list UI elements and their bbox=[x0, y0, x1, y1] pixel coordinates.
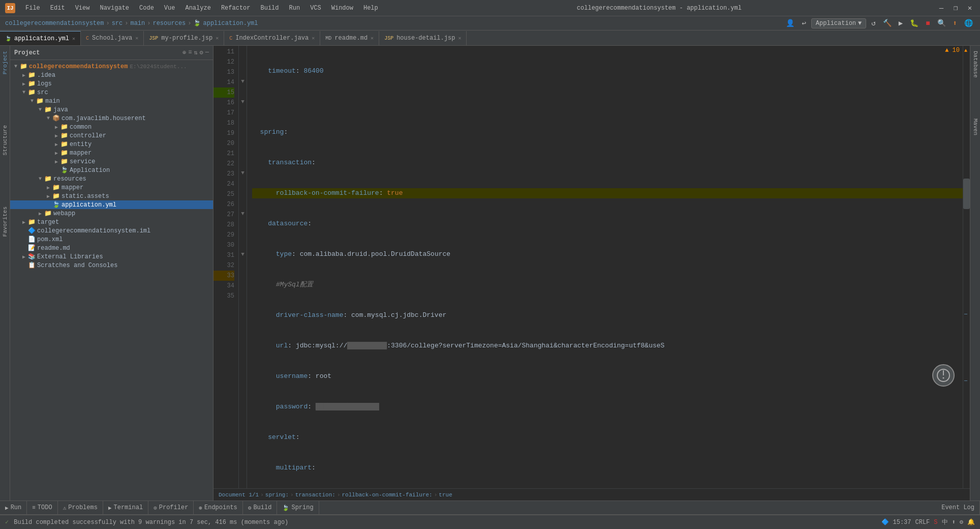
app-dropdown-button[interactable]: Application ▼ bbox=[811, 18, 866, 28]
tree-readme[interactable]: ▶ 📝 readme.md bbox=[10, 244, 213, 252]
bottom-tab-run[interactable]: ▶ Run bbox=[0, 501, 27, 515]
tree-entity[interactable]: ▶ 📁 entity bbox=[10, 140, 213, 149]
bottom-tab-profiler[interactable]: ⊙ Profiler bbox=[148, 501, 194, 515]
toolbar-git-icon[interactable]: ⬆ bbox=[951, 18, 959, 28]
tab-readme[interactable]: MD readme.md ✕ bbox=[320, 31, 379, 45]
tree-static[interactable]: ▶ 📁 static.assets bbox=[10, 192, 213, 200]
tab-close-readme[interactable]: ✕ bbox=[371, 35, 374, 41]
menu-refactor[interactable]: Refactor bbox=[217, 3, 255, 14]
tooltip-circle[interactable] bbox=[932, 364, 955, 387]
bottom-tab-todo[interactable]: ≡ TODO bbox=[27, 501, 57, 515]
breadcrumb-src[interactable]: src bbox=[112, 20, 123, 27]
scroll-thumb[interactable] bbox=[963, 179, 970, 209]
project-icon-sort[interactable]: ⇅ bbox=[194, 49, 197, 56]
panel-label-database[interactable]: Database bbox=[971, 46, 979, 83]
status-crlf[interactable]: CRLF bbox=[915, 519, 930, 526]
menu-window[interactable]: Window bbox=[327, 3, 357, 14]
warning-count[interactable]: ▲ 10 bbox=[945, 47, 960, 54]
toolbar-refresh-icon[interactable]: ↺ bbox=[869, 18, 877, 28]
tab-close-school-java[interactable]: ✕ bbox=[135, 35, 138, 41]
tree-idea[interactable]: ▶ 📁 .idea bbox=[10, 71, 213, 79]
tab-close-my-profile[interactable]: ✕ bbox=[216, 35, 219, 41]
project-icon-collapse[interactable]: ≡ bbox=[188, 49, 192, 56]
tree-service[interactable]: ▶ 📁 service bbox=[10, 157, 213, 166]
tab-close-house-detail[interactable]: ✕ bbox=[458, 35, 461, 41]
toolbar-profile-icon[interactable]: 👤 bbox=[784, 18, 797, 28]
tab-close-application-yml[interactable]: ✕ bbox=[72, 36, 75, 42]
tree-common[interactable]: ▶ 📁 common bbox=[10, 123, 213, 131]
menu-edit[interactable]: Edit bbox=[46, 3, 69, 14]
project-icon-settings[interactable]: ⚙ bbox=[200, 49, 203, 56]
tree-logs[interactable]: ▶ 📁 logs bbox=[10, 79, 213, 88]
menu-navigate[interactable]: Navigate bbox=[96, 3, 133, 14]
ed-bc-spring[interactable]: spring: bbox=[265, 492, 289, 498]
maximize-button[interactable]: ❐ bbox=[951, 3, 961, 13]
tree-pom[interactable]: ▶ 📄 pom.xml bbox=[10, 235, 213, 244]
tree-java[interactable]: ▼ 📁 java bbox=[10, 105, 213, 114]
toolbar-back-icon[interactable]: ↩ bbox=[800, 18, 808, 28]
bottom-tab-endpoints[interactable]: ⊛ Endpoints bbox=[194, 501, 242, 515]
tree-application-yml[interactable]: ▶ 🍃 application.yml bbox=[10, 200, 213, 209]
toolbar-debug-icon[interactable]: 🐛 bbox=[908, 18, 921, 28]
status-lang[interactable]: 中 bbox=[942, 518, 948, 526]
status-bell-icon[interactable]: 🔔 bbox=[967, 518, 975, 526]
breadcrumb-project[interactable]: collegerecommendationsystem bbox=[5, 20, 104, 27]
tab-index-controller[interactable]: C IndexController.java ✕ bbox=[224, 31, 320, 45]
panel-label-favorites[interactable]: Favorites bbox=[1, 201, 9, 242]
menu-vue[interactable]: Vue bbox=[160, 3, 179, 14]
tree-mapper[interactable]: ▶ 📁 mapper bbox=[10, 149, 213, 157]
breadcrumb-filename[interactable]: application.yml bbox=[203, 20, 258, 27]
tab-application-yml[interactable]: 🍃 application.yml ✕ bbox=[0, 31, 81, 45]
project-icon-close[interactable]: — bbox=[205, 49, 209, 56]
tree-com[interactable]: ▼ 📦 com.javaclimb.houserent bbox=[10, 114, 213, 123]
status-upload-icon[interactable]: ⬆ bbox=[952, 518, 956, 526]
menu-vcs[interactable]: VCS bbox=[306, 3, 325, 14]
tree-resources[interactable]: ▼ 📁 resources bbox=[10, 174, 213, 183]
editor-content[interactable]: ▲ 10 11 12 13 14 15 16 17 18 19 20 21 22… bbox=[213, 46, 970, 488]
panel-label-maven[interactable]: Maven bbox=[971, 113, 979, 140]
ed-bc-transaction[interactable]: transaction: bbox=[295, 492, 335, 498]
menu-file[interactable]: File bbox=[21, 3, 44, 14]
tree-scratches[interactable]: ▶ 📋 Scratches and Consoles bbox=[10, 261, 213, 270]
breadcrumb-main[interactable]: main bbox=[130, 20, 145, 27]
menu-view[interactable]: View bbox=[71, 3, 94, 14]
status-charset[interactable]: S bbox=[934, 519, 937, 526]
toolbar-more-icon[interactable]: 🌐 bbox=[962, 18, 975, 28]
tree-webapp[interactable]: ▶ 📁 webapp bbox=[10, 209, 213, 218]
tree-src[interactable]: ▼ 📁 src bbox=[10, 88, 213, 97]
tree-target[interactable]: ▶ 📁 target bbox=[10, 218, 213, 226]
ed-bc-rollback[interactable]: rollback-on-commit-failure: bbox=[342, 492, 432, 498]
project-icon-locate[interactable]: ⊕ bbox=[182, 49, 186, 56]
menu-run[interactable]: Run bbox=[285, 3, 304, 14]
tree-iml[interactable]: ▶ 🔷 collegerecommendationsystem.iml bbox=[10, 226, 213, 235]
menu-code[interactable]: Code bbox=[135, 3, 158, 14]
breadcrumb-resources[interactable]: resources bbox=[152, 20, 186, 27]
panel-label-structure[interactable]: Structure bbox=[1, 120, 9, 160]
bottom-tab-spring[interactable]: 🍃 Spring bbox=[277, 501, 319, 515]
bottom-tab-terminal[interactable]: ▶ Terminal bbox=[103, 501, 148, 515]
code-editor[interactable]: timeout: 86400 spring: transaction: roll… bbox=[247, 46, 963, 488]
toolbar-run-icon[interactable]: ▶ bbox=[897, 18, 905, 28]
toolbar-stop-icon[interactable]: ■ bbox=[924, 18, 932, 28]
tree-main[interactable]: ▼ 📁 main bbox=[10, 97, 213, 105]
ed-bc-true[interactable]: true bbox=[439, 492, 452, 498]
menu-build[interactable]: Build bbox=[257, 3, 283, 14]
bottom-tab-problems[interactable]: ⚠ Problems bbox=[58, 501, 103, 515]
tree-external-libs[interactable]: ▶ 📚 External Libraries bbox=[10, 252, 213, 261]
close-button[interactable]: ✕ bbox=[965, 3, 975, 13]
status-time[interactable]: 15:37 bbox=[893, 519, 911, 526]
toolbar-search-icon[interactable]: 🔍 bbox=[935, 18, 948, 28]
panel-label-project[interactable]: Project bbox=[1, 46, 9, 79]
editor-scrollbar[interactable]: ▲ — — bbox=[963, 46, 970, 488]
tab-close-index-controller[interactable]: ✕ bbox=[312, 35, 315, 41]
breadcrumb-file[interactable]: 🍃 bbox=[193, 19, 201, 27]
tree-root[interactable]: ▼ 📁 collegerecommendationsystem E:\2024S… bbox=[10, 62, 213, 71]
tab-school-java[interactable]: C School.java ✕ bbox=[81, 31, 144, 45]
status-settings-icon[interactable]: ⚙ bbox=[960, 518, 963, 526]
minimize-button[interactable]: — bbox=[936, 3, 946, 13]
toolbar-build-icon[interactable]: 🔨 bbox=[881, 18, 894, 28]
tree-res-mapper[interactable]: ▶ 📁 mapper bbox=[10, 183, 213, 192]
tree-application[interactable]: ▶ 🍃 Application bbox=[10, 166, 213, 174]
tab-my-profile[interactable]: JSP my-profile.jsp ✕ bbox=[144, 31, 224, 45]
menu-analyze[interactable]: Analyze bbox=[181, 3, 215, 14]
